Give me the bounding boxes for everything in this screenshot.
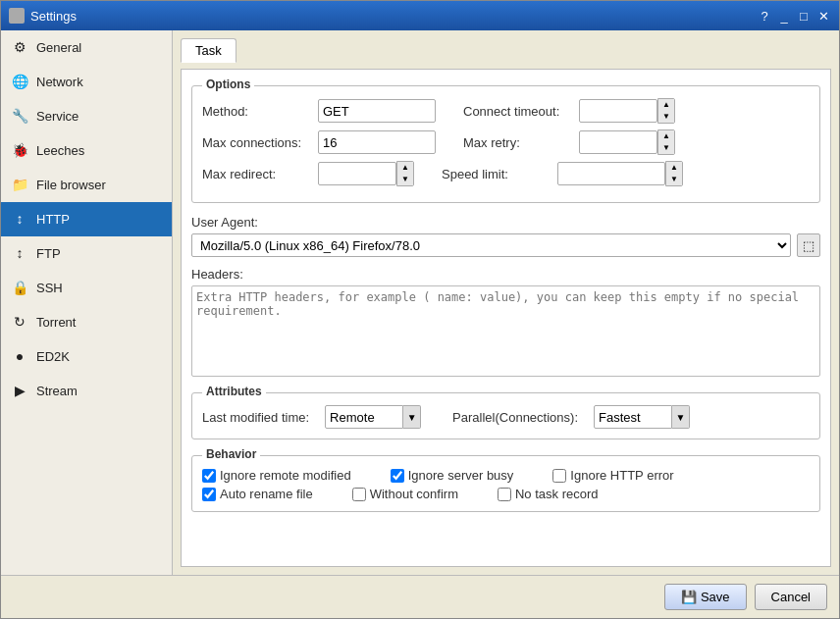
auto-rename-item[interactable]: Auto rename file bbox=[202, 487, 313, 501]
speed-limit-spinner: Unlimited ▲ ▼ bbox=[557, 161, 683, 186]
max-redirect-row: Max redirect: 5 ▲ ▼ Speed limit: Unlimi bbox=[202, 161, 810, 186]
ignore-http-error-label: Ignore HTTP error bbox=[570, 468, 673, 483]
tab-bar: Task bbox=[181, 38, 831, 63]
last-modified-select[interactable]: RemoteLocalNone bbox=[325, 405, 403, 429]
ignore-server-busy-checkbox[interactable] bbox=[391, 469, 404, 483]
no-task-record-item[interactable]: No task record bbox=[498, 487, 599, 501]
ed2k-icon: ● bbox=[11, 347, 28, 365]
method-row: Method: GETPOSTHEAD Connect timeout: 500… bbox=[202, 98, 810, 124]
options-title: Options bbox=[202, 77, 254, 91]
method-select[interactable]: GETPOSTHEAD bbox=[318, 99, 436, 123]
sidebar-label-http: HTTP bbox=[36, 212, 70, 227]
max-retry-input[interactable]: 5 bbox=[579, 130, 657, 154]
speed-limit-label: Speed limit: bbox=[442, 167, 550, 181]
ignore-http-error-item[interactable]: Ignore HTTP error bbox=[552, 468, 673, 483]
method-label: Method: bbox=[202, 104, 310, 119]
max-redirect-down[interactable]: ▼ bbox=[397, 174, 413, 185]
sidebar-item-leeches[interactable]: 🐞 Leeches bbox=[1, 133, 172, 168]
file-browser-icon: 📁 bbox=[11, 176, 28, 193]
max-connections-select-wrap: 168421 bbox=[318, 130, 436, 154]
ignore-remote-label: Ignore remote modified bbox=[220, 468, 351, 483]
without-confirm-checkbox[interactable] bbox=[352, 488, 366, 501]
max-connections-select[interactable]: 168421 bbox=[318, 130, 436, 154]
sidebar-item-general[interactable]: ⚙ General bbox=[1, 30, 172, 65]
sidebar-label-ed2k: ED2K bbox=[36, 349, 70, 364]
cancel-button[interactable]: Cancel bbox=[755, 584, 827, 610]
max-retry-label: Max retry: bbox=[463, 135, 571, 150]
attributes-row: Last modified time: RemoteLocalNone ▼ Pa… bbox=[202, 405, 810, 429]
max-retry-spinner: 5 ▲ ▼ bbox=[579, 129, 675, 155]
ignore-server-busy-item[interactable]: Ignore server busy bbox=[391, 468, 514, 483]
parallel-select[interactable]: FastestSequential bbox=[594, 405, 672, 429]
last-modified-select-wrap: RemoteLocalNone ▼ bbox=[325, 405, 421, 429]
speed-limit-down[interactable]: ▼ bbox=[666, 174, 682, 185]
sidebar-item-ssh[interactable]: 🔒 SSH bbox=[1, 271, 172, 305]
last-modified-arrow: ▼ bbox=[403, 405, 421, 429]
max-redirect-input[interactable]: 5 bbox=[318, 162, 396, 185]
sidebar-item-ed2k[interactable]: ● ED2K bbox=[1, 339, 172, 374]
sidebar-label-stream: Stream bbox=[36, 384, 78, 398]
headers-box bbox=[191, 285, 820, 377]
max-retry-down[interactable]: ▼ bbox=[658, 142, 674, 154]
sidebar-item-stream[interactable]: ▶ Stream bbox=[1, 374, 172, 408]
sidebar-item-torrent[interactable]: ↻ Torrent bbox=[1, 305, 172, 339]
attributes-title: Attributes bbox=[202, 385, 266, 398]
ignore-remote-item[interactable]: Ignore remote modified bbox=[202, 468, 351, 483]
sidebar-item-ftp[interactable]: ↕ FTP bbox=[1, 236, 172, 271]
copy-user-agent-button[interactable]: ⬚ bbox=[797, 233, 820, 257]
main-panel: Task Options Method: GETPOSTHEAD bbox=[173, 30, 839, 575]
connect-timeout-down[interactable]: ▼ bbox=[658, 111, 674, 123]
auto-rename-checkbox[interactable] bbox=[202, 488, 216, 501]
user-agent-select[interactable]: Mozilla/5.0 (Linux x86_64) Firefox/78.0 bbox=[191, 233, 791, 257]
no-task-record-label: No task record bbox=[515, 487, 599, 501]
sidebar-item-network[interactable]: 🌐 Network bbox=[1, 65, 172, 99]
without-confirm-label: Without confirm bbox=[370, 487, 458, 501]
headers-textarea[interactable] bbox=[196, 290, 815, 369]
parallel-label: Parallel(Connections): bbox=[452, 410, 578, 425]
maximize-button[interactable]: □ bbox=[796, 8, 812, 24]
max-redirect-up[interactable]: ▲ bbox=[397, 162, 413, 174]
ftp-icon: ↕ bbox=[11, 244, 28, 262]
sidebar-item-http[interactable]: ↕ HTTP bbox=[1, 202, 172, 236]
minimize-button[interactable]: _ bbox=[776, 8, 792, 24]
sidebar-item-file-browser[interactable]: 📁 File browser bbox=[1, 168, 172, 202]
footer: 💾 Save Cancel bbox=[1, 575, 839, 618]
sidebar-item-service[interactable]: 🔧 Service bbox=[1, 99, 172, 133]
sidebar-label-general: General bbox=[36, 40, 81, 55]
help-button[interactable]: ? bbox=[757, 8, 772, 24]
speed-limit-input[interactable]: Unlimited bbox=[557, 162, 665, 185]
user-agent-row: Mozilla/5.0 (Linux x86_64) Firefox/78.0 … bbox=[191, 233, 820, 257]
save-button[interactable]: 💾 Save bbox=[664, 584, 747, 610]
behavior-title: Behavior bbox=[202, 447, 260, 461]
max-retry-up[interactable]: ▲ bbox=[658, 130, 674, 142]
ignore-server-busy-label: Ignore server busy bbox=[408, 468, 514, 483]
network-icon: 🌐 bbox=[11, 73, 28, 90]
sidebar-label-network: Network bbox=[36, 75, 83, 89]
sidebar-label-leeches: Leeches bbox=[36, 143, 84, 158]
last-modified-label: Last modified time: bbox=[202, 410, 309, 425]
no-task-record-checkbox[interactable] bbox=[498, 488, 511, 501]
http-icon: ↕ bbox=[11, 210, 28, 228]
connect-timeout-input[interactable]: 5000ms bbox=[579, 99, 657, 123]
sidebar-label-service: Service bbox=[36, 109, 79, 124]
max-connections-label: Max connections: bbox=[202, 135, 310, 150]
user-agent-label: User Agent: bbox=[191, 215, 820, 230]
attributes-group: Attributes Last modified time: RemoteLoc… bbox=[191, 392, 820, 439]
close-button[interactable]: ✕ bbox=[815, 8, 831, 24]
connect-timeout-up[interactable]: ▲ bbox=[658, 99, 674, 111]
sidebar-label-ftp: FTP bbox=[36, 246, 61, 261]
titlebar: Settings ? _ □ ✕ bbox=[1, 1, 839, 30]
behavior-row-2: Auto rename file Without confirm No task… bbox=[202, 487, 810, 501]
max-redirect-spinner: 5 ▲ ▼ bbox=[318, 161, 414, 186]
headers-label: Headers: bbox=[191, 267, 820, 282]
sidebar-label-ssh: SSH bbox=[36, 281, 63, 295]
sidebar: ⚙ General 🌐 Network 🔧 Service 🐞 Leeches … bbox=[1, 30, 173, 575]
save-icon: 💾 bbox=[681, 590, 697, 604]
ignore-http-error-checkbox[interactable] bbox=[552, 469, 566, 483]
tab-task[interactable]: Task bbox=[181, 38, 236, 63]
ignore-remote-checkbox[interactable] bbox=[202, 469, 216, 483]
ssh-icon: 🔒 bbox=[11, 279, 28, 296]
without-confirm-item[interactable]: Without confirm bbox=[352, 487, 458, 501]
speed-limit-up[interactable]: ▲ bbox=[666, 162, 682, 174]
max-redirect-label: Max redirect: bbox=[202, 167, 310, 181]
